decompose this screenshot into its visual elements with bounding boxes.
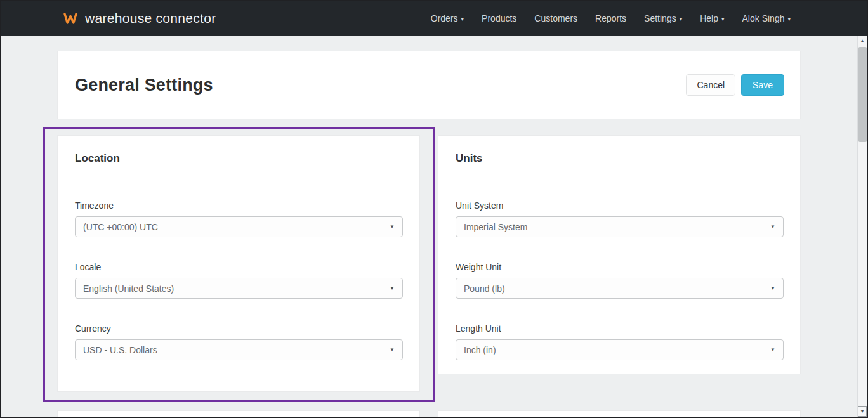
scroll-down-icon[interactable]: ▼	[858, 406, 867, 417]
page-title: General Settings	[75, 75, 213, 95]
select-caret-icon: ▼	[390, 224, 395, 230]
user-menu-label: Alok Singh	[742, 13, 785, 23]
annotation-highlight-box: Location Timezone (UTC +00:00) UTC ▼ Loc…	[43, 127, 435, 402]
timezone-select[interactable]: (UTC +00:00) UTC ▼	[75, 216, 403, 237]
nav-item-label: Orders	[431, 13, 458, 23]
currency-select[interactable]: USD - U.S. Dollars ▼	[75, 339, 403, 360]
partial-card-right	[438, 410, 801, 418]
nav-item-help[interactable]: Help▾	[691, 13, 733, 23]
length-unit-label: Length Unit	[456, 323, 784, 334]
nav-item-products[interactable]: Products	[473, 13, 525, 23]
unit-system-label: Unit System	[456, 200, 784, 211]
nav-item-user-menu[interactable]: Alok Singh▾	[733, 13, 799, 23]
weight-unit-value: Pound (lb)	[464, 284, 505, 294]
nav-item-settings[interactable]: Settings▾	[635, 13, 691, 23]
chevron-down-icon: ▾	[680, 16, 683, 22]
scrollbar-thumb[interactable]	[858, 47, 867, 142]
weight-unit-label: Weight Unit	[456, 262, 784, 272]
chevron-down-icon: ▾	[787, 16, 791, 22]
location-card: Location Timezone (UTC +00:00) UTC ▼ Loc…	[57, 135, 420, 392]
partial-card-left	[57, 410, 420, 418]
vertical-scrollbar[interactable]: ▲ ▼	[857, 36, 867, 417]
unit-system-value: Imperial System	[464, 222, 527, 232]
chevron-down-icon: ▾	[461, 16, 464, 22]
locale-field: Locale English (United States) ▼	[75, 262, 403, 299]
save-button[interactable]: Save	[741, 74, 784, 96]
select-caret-icon: ▼	[390, 285, 395, 291]
weight-unit-select[interactable]: Pound (lb) ▼	[456, 278, 784, 299]
page-body: General Settings Cancel Save Location Ti…	[57, 51, 801, 418]
weight-unit-field: Weight Unit Pound (lb) ▼	[456, 262, 784, 299]
nav-item-label: Reports	[595, 13, 626, 23]
nav-item-reports[interactable]: Reports	[586, 13, 635, 23]
brand-logo-icon	[62, 11, 79, 26]
currency-field: Currency USD - U.S. Dollars ▼	[75, 323, 403, 360]
header-actions: Cancel Save	[686, 74, 784, 96]
app-window: warehouse connector Orders▾ Products Cus…	[0, 0, 868, 418]
length-unit-select[interactable]: Inch (in) ▼	[456, 339, 784, 360]
nav-item-customers[interactable]: Customers	[525, 13, 586, 23]
timezone-label: Timezone	[75, 200, 403, 211]
select-caret-icon: ▼	[770, 347, 775, 353]
nav-item-label: Help	[700, 13, 718, 23]
nav-item-orders[interactable]: Orders▾	[422, 13, 473, 23]
unit-system-select[interactable]: Imperial System ▼	[456, 216, 784, 237]
length-unit-field: Length Unit Inch (in) ▼	[456, 323, 784, 360]
settings-cards-row: Location Timezone (UTC +00:00) UTC ▼ Loc…	[57, 135, 801, 392]
timezone-field: Timezone (UTC +00:00) UTC ▼	[75, 200, 403, 237]
units-card: Units Unit System Imperial System ▼ Weig…	[438, 135, 801, 374]
cancel-button[interactable]: Cancel	[686, 74, 735, 96]
select-caret-icon: ▼	[770, 285, 775, 291]
nav-item-label: Settings	[644, 13, 676, 23]
select-caret-icon: ▼	[390, 347, 395, 353]
currency-value: USD - U.S. Dollars	[83, 345, 157, 355]
select-caret-icon: ▼	[770, 224, 775, 230]
page-header-card: General Settings Cancel Save	[57, 51, 801, 119]
locale-value: English (United States)	[83, 284, 174, 294]
units-card-title: Units	[456, 152, 784, 165]
chevron-down-icon: ▾	[721, 16, 725, 22]
brand[interactable]: warehouse connector	[62, 11, 216, 26]
length-unit-value: Inch (in)	[464, 345, 496, 355]
top-navbar: warehouse connector Orders▾ Products Cus…	[1, 1, 867, 36]
locale-label: Locale	[75, 262, 403, 272]
brand-text: warehouse connector	[85, 11, 216, 26]
nav-item-label: Customers	[534, 13, 577, 23]
timezone-value: (UTC +00:00) UTC	[83, 222, 158, 232]
unit-system-field: Unit System Imperial System ▼	[456, 200, 784, 237]
scroll-up-icon[interactable]: ▲	[858, 36, 867, 46]
nav-menu: Orders▾ Products Customers Reports Setti…	[422, 13, 799, 23]
nav-item-label: Products	[482, 13, 516, 23]
currency-label: Currency	[75, 323, 403, 334]
location-card-title: Location	[75, 152, 403, 165]
partial-cards-row	[57, 410, 801, 418]
locale-select[interactable]: English (United States) ▼	[75, 278, 403, 299]
